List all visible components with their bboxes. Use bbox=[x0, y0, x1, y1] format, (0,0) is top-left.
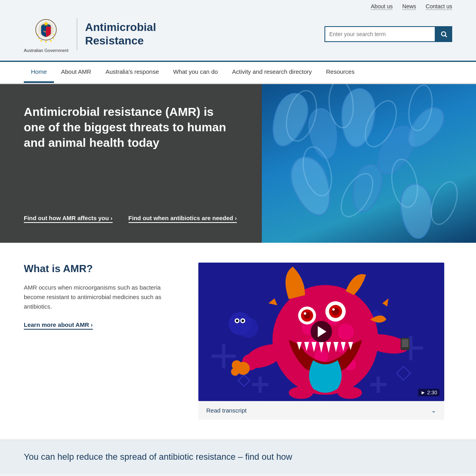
svg-point-13 bbox=[281, 87, 321, 144]
svg-point-47 bbox=[304, 312, 306, 315]
video-player[interactable]: ► 2:30 bbox=[198, 263, 444, 401]
logo-area: 🦘 Australian Government bbox=[24, 15, 69, 53]
hero-links: Find out how AMR affects you › Find out … bbox=[24, 215, 238, 223]
search-input[interactable] bbox=[324, 26, 436, 42]
svg-point-14 bbox=[327, 84, 355, 129]
svg-text:🦘: 🦘 bbox=[43, 30, 47, 34]
gov-name-text: Australian Government bbox=[24, 48, 69, 53]
bottom-banner: You can help reduce the spread of antibi… bbox=[0, 440, 476, 474]
svg-point-74 bbox=[242, 320, 244, 322]
svg-point-4 bbox=[45, 41, 47, 42]
svg-point-73 bbox=[236, 320, 238, 322]
svg-point-37 bbox=[338, 324, 354, 340]
site-title: Antimicrobial Resistance bbox=[85, 21, 156, 47]
svg-point-64 bbox=[231, 368, 239, 376]
video-duration: ► 2:30 bbox=[418, 389, 440, 396]
transcript-label: Read transcript bbox=[206, 407, 247, 414]
video-area: ► 2:30 Read transcript ⌄ bbox=[198, 263, 444, 420]
contact-us-link[interactable]: Contact us bbox=[426, 3, 452, 10]
svg-point-18 bbox=[335, 169, 379, 222]
nav-item-australia-response[interactable]: Australia's response bbox=[98, 62, 166, 83]
hero-link-antibiotics[interactable]: Find out when antibiotics are needed › bbox=[129, 215, 237, 223]
svg-point-68 bbox=[289, 387, 313, 399]
hero-link-amr-affects[interactable]: Find out how AMR affects you › bbox=[24, 215, 113, 223]
site-header: 🦘 Australian Government Antimicrobial Re… bbox=[0, 12, 476, 62]
play-icon bbox=[318, 326, 326, 337]
nav-item-activity-research[interactable]: Activity and research directory bbox=[225, 62, 319, 83]
amr-section-title: What is AMR? bbox=[24, 263, 175, 275]
search-button[interactable] bbox=[436, 26, 452, 42]
svg-point-20 bbox=[426, 178, 463, 228]
chevron-down-icon: ⌄ bbox=[431, 407, 436, 414]
news-link[interactable]: News bbox=[402, 3, 416, 10]
svg-point-7 bbox=[53, 38, 54, 39]
search-area bbox=[324, 26, 452, 42]
svg-point-11 bbox=[441, 32, 446, 36]
nav-item-home[interactable]: Home bbox=[24, 62, 54, 83]
svg-rect-67 bbox=[402, 339, 408, 347]
transcript-bar[interactable]: Read transcript ⌄ bbox=[198, 401, 444, 420]
gov-logo-icon: 🦘 bbox=[30, 15, 62, 47]
svg-point-9 bbox=[54, 34, 55, 35]
header-left: 🦘 Australian Government Antimicrobial Re… bbox=[24, 15, 156, 53]
svg-point-51 bbox=[332, 308, 335, 311]
search-icon bbox=[440, 31, 447, 38]
svg-point-17 bbox=[298, 144, 336, 199]
svg-point-6 bbox=[38, 38, 40, 39]
svg-point-5 bbox=[50, 40, 52, 42]
svg-point-15 bbox=[359, 96, 403, 151]
play-button[interactable] bbox=[311, 321, 332, 342]
bacteria-texture bbox=[262, 84, 476, 243]
hero-banner: Antimicrobial resistance (AMR) is one of… bbox=[0, 84, 476, 243]
svg-point-16 bbox=[405, 84, 435, 132]
svg-point-19 bbox=[388, 157, 421, 209]
hero-content: Antimicrobial resistance (AMR) is one of… bbox=[0, 84, 262, 243]
svg-point-69 bbox=[338, 387, 362, 399]
svg-point-70 bbox=[228, 312, 251, 335]
hero-image bbox=[262, 84, 476, 243]
svg-point-8 bbox=[38, 34, 39, 35]
nav-item-what-you-can-do[interactable]: What you can do bbox=[166, 62, 225, 83]
main-content-section: What is AMR? AMR occurs when microorgani… bbox=[0, 243, 476, 440]
bottom-banner-text: You can help reduce the spread of antibi… bbox=[24, 452, 452, 462]
svg-line-12 bbox=[445, 35, 447, 37]
amr-description: AMR occurs when microorganisms such as b… bbox=[24, 283, 175, 311]
about-us-link[interactable]: About us bbox=[371, 3, 393, 10]
nav-item-about-amr[interactable]: About AMR bbox=[54, 62, 98, 83]
main-nav: Home About AMR Australia's response What… bbox=[0, 62, 476, 84]
utility-bar: About us News Contact us bbox=[0, 0, 476, 12]
header-divider bbox=[77, 18, 77, 50]
hero-title: Antimicrobial resistance (AMR) is one of… bbox=[24, 104, 238, 150]
svg-point-3 bbox=[40, 40, 42, 42]
amr-info-panel: What is AMR? AMR occurs when microorgani… bbox=[24, 263, 175, 328]
learn-more-link[interactable]: Learn more about AMR › bbox=[24, 321, 93, 330]
nav-item-resources[interactable]: Resources bbox=[319, 62, 362, 83]
